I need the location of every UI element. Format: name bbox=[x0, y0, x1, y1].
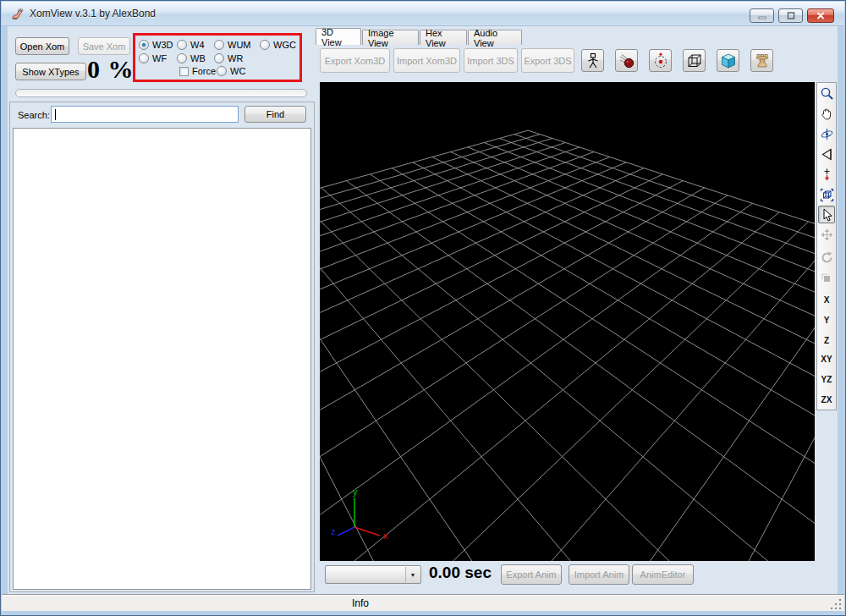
minimize-icon bbox=[758, 12, 766, 19]
zoom-icon bbox=[820, 86, 834, 101]
status-text: Info bbox=[352, 597, 369, 609]
radio-dot bbox=[214, 40, 224, 50]
save-xom-button[interactable]: Save Xom bbox=[78, 37, 130, 55]
checkbox-box bbox=[179, 67, 189, 76]
tab-audio-view[interactable]: Audio View bbox=[468, 30, 522, 45]
window-title: XomView v.3.1 by AlexBond bbox=[30, 8, 156, 19]
move-tool-button[interactable] bbox=[818, 226, 835, 244]
drop-axis-tool-button[interactable] bbox=[818, 166, 835, 184]
orbit-point-button[interactable] bbox=[649, 49, 672, 72]
axis-y-button[interactable]: Y bbox=[818, 311, 835, 329]
drop-axis-icon bbox=[820, 168, 834, 182]
orbit-tool-button[interactable] bbox=[818, 125, 835, 143]
export-anim-button[interactable]: Export Anim bbox=[501, 564, 562, 585]
wireframe-cube-button[interactable] bbox=[683, 49, 706, 72]
worm-app-icon bbox=[9, 6, 25, 21]
status-bar: Info bbox=[2, 594, 844, 611]
tab-label: Image View bbox=[368, 28, 413, 48]
radio-dot bbox=[177, 40, 187, 50]
maximize-button[interactable] bbox=[778, 8, 803, 23]
anim-time-label: 0.00 sec bbox=[429, 564, 492, 582]
radio-dot bbox=[177, 53, 187, 63]
app-window: XomView v.3.1 by AlexBond Open Xom Save … bbox=[0, 0, 846, 616]
3d-viewport[interactable]: y x z bbox=[320, 82, 815, 561]
axis-zx-button[interactable]: ZX bbox=[818, 391, 835, 409]
import-anim-button[interactable]: Import Anim bbox=[569, 564, 629, 585]
maximize-icon bbox=[787, 12, 795, 19]
radio-wc[interactable]: WC bbox=[217, 65, 245, 77]
rotate-tool-button[interactable] bbox=[818, 249, 835, 267]
radio-label: WGC bbox=[273, 40, 296, 50]
tab-label: 3D View bbox=[321, 27, 355, 47]
progress-percent-label: 0 % bbox=[87, 55, 135, 84]
radio-label: WUM bbox=[228, 40, 251, 50]
radio-w4[interactable]: W4 bbox=[177, 39, 205, 51]
radio-label: W4 bbox=[190, 40, 205, 50]
radio-wb[interactable]: WB bbox=[177, 52, 206, 64]
zoom-tool-button[interactable] bbox=[818, 85, 835, 102]
scale-tool-button[interactable] bbox=[818, 270, 835, 288]
radio-wum[interactable]: WUM bbox=[214, 39, 251, 51]
solid-cube-icon bbox=[720, 52, 737, 69]
rotate-icon bbox=[820, 250, 834, 265]
radio-wgc[interactable]: WGC bbox=[260, 39, 296, 51]
frame-cube-icon bbox=[820, 188, 834, 202]
viewport-toolbar: X Y Z XY YZ ZX bbox=[816, 82, 837, 410]
axis-x-label: x bbox=[383, 531, 388, 541]
resize-grip[interactable] bbox=[831, 598, 842, 609]
anim-select-combobox[interactable]: ▼ bbox=[325, 565, 421, 584]
search-label: Search: bbox=[18, 110, 50, 120]
xom-tree-listbox[interactable] bbox=[13, 128, 311, 590]
checkbox-label: Force bbox=[192, 66, 216, 76]
force-checkbox[interactable]: Force bbox=[179, 65, 216, 77]
find-button[interactable]: Find bbox=[244, 106, 306, 123]
progress-bar bbox=[15, 89, 307, 97]
radio-dot bbox=[217, 66, 227, 76]
radio-dot bbox=[260, 40, 270, 50]
model-button[interactable] bbox=[750, 49, 773, 72]
axis-z-button[interactable]: Z bbox=[818, 332, 835, 349]
radio-wf[interactable]: WF bbox=[139, 52, 167, 64]
close-button[interactable] bbox=[807, 8, 834, 23]
axis-xy-button[interactable]: XY bbox=[818, 350, 835, 368]
skeleton-button[interactable] bbox=[581, 49, 604, 72]
camera-cone-tool-button[interactable] bbox=[818, 146, 835, 163]
move-icon bbox=[820, 228, 834, 242]
radio-label: WR bbox=[228, 53, 243, 63]
title-bar[interactable]: XomView v.3.1 by AlexBond bbox=[2, 2, 844, 26]
open-xom-button[interactable]: Open Xom bbox=[15, 37, 69, 55]
tab-hex-view[interactable]: Hex View bbox=[420, 30, 467, 45]
minimize-button[interactable] bbox=[750, 8, 774, 23]
show-xtypes-button[interactable]: Show XTypes bbox=[15, 63, 86, 80]
tab-label: Hex View bbox=[426, 28, 461, 48]
radio-dot bbox=[139, 40, 149, 50]
radio-w3d[interactable]: W3D bbox=[139, 39, 173, 51]
pan-tool-button[interactable] bbox=[818, 105, 835, 123]
radio-wr[interactable]: WR bbox=[214, 52, 243, 64]
export-xom3d-button[interactable]: Export Xom3D bbox=[320, 48, 390, 73]
select-tool-button[interactable] bbox=[818, 206, 835, 223]
model-icon bbox=[754, 52, 771, 69]
search-input[interactable] bbox=[51, 106, 239, 123]
solid-cube-button[interactable] bbox=[717, 49, 739, 72]
anim-editor-button[interactable]: AnimEditor bbox=[632, 564, 694, 585]
radio-label: WF bbox=[152, 53, 167, 63]
axis-yz-button[interactable]: YZ bbox=[818, 371, 835, 388]
frame-object-tool-button[interactable] bbox=[818, 186, 835, 204]
text-caret bbox=[55, 109, 56, 120]
skeleton-icon bbox=[585, 52, 602, 69]
close-icon bbox=[816, 12, 825, 19]
radio-dot bbox=[139, 53, 149, 63]
scale-icon bbox=[820, 272, 834, 286]
tab-3d-view[interactable]: 3D View bbox=[316, 28, 361, 45]
radio-label: WC bbox=[230, 66, 245, 76]
tab-label: Audio View bbox=[474, 28, 516, 48]
export-3ds-button[interactable]: Export 3DS bbox=[521, 48, 574, 73]
cone-icon bbox=[820, 147, 834, 162]
import-xom3d-button[interactable]: Import Xom3D bbox=[393, 48, 460, 73]
tab-image-view[interactable]: Image View bbox=[362, 30, 419, 45]
comet-button[interactable] bbox=[615, 49, 638, 72]
axis-z-label: z bbox=[331, 526, 336, 536]
import-3ds-button[interactable]: Import 3DS bbox=[464, 48, 518, 73]
axis-x-button[interactable]: X bbox=[818, 291, 835, 309]
